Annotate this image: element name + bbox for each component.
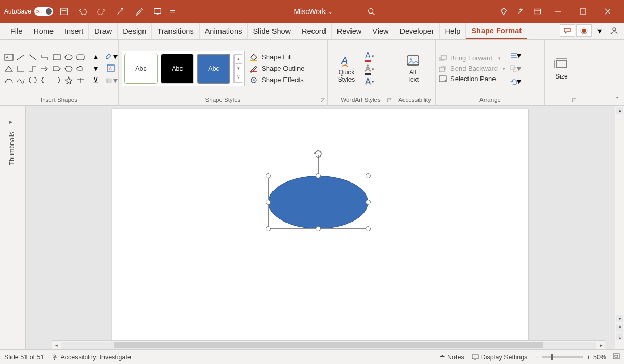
resize-handle-n[interactable] [316,173,321,178]
ribbon-mode-icon[interactable] [529,4,545,19]
sh-arrow[interactable] [39,63,50,74]
present-icon[interactable] [150,4,165,19]
sh-star[interactable] [63,74,74,85]
style-preset-2[interactable]: Abc [161,54,194,84]
thumbnail-pane-collapsed[interactable]: ▸ Thumbnails [0,106,26,349]
gallery-more-icon[interactable]: ⊻ [89,75,102,86]
comments-icon[interactable] [560,24,575,37]
style-gallery[interactable]: Abc Abc Abc ▴ ▾ ⊻ [122,51,245,86]
tab-review[interactable]: Review [332,23,368,39]
scroll-left-icon[interactable]: ◂ [52,342,60,349]
toggle-switch[interactable]: On [34,7,53,16]
dialog-launcher-icon[interactable]: ◸ [321,97,325,103]
sh-roundrect[interactable] [75,51,86,62]
sh-rect[interactable] [51,51,62,62]
autosave-toggle[interactable]: AutoSave On [4,7,53,16]
rotate-button[interactable]: ▾ [510,76,521,87]
sh-line[interactable] [15,51,27,62]
gallery-up-icon[interactable]: ▴ [234,54,242,64]
tab-slideshow[interactable]: Slide Show [248,23,296,39]
notes-button[interactable]: ≐Notes [439,353,464,361]
prev-slide-icon[interactable]: ⭱ [616,324,623,332]
slide-canvas-area[interactable]: ◂ ▸ [26,106,615,349]
sh-connector[interactable] [39,51,50,62]
selected-shape[interactable] [268,176,368,229]
tab-shape-format[interactable]: Shape Format [466,23,527,39]
eyedropper-icon[interactable] [131,4,147,19]
sh-oval[interactable] [63,51,74,62]
minimize-button[interactable] [546,4,570,19]
sh-hex[interactable] [63,63,74,74]
zoom-value[interactable]: 50% [593,354,606,361]
resize-handle-se[interactable] [366,226,371,231]
qat-overflow-icon[interactable] [168,4,177,19]
send-backward-button[interactable]: Send Backward▾ [439,64,505,72]
sh-corner[interactable] [15,63,27,74]
display-settings-button[interactable]: Display Settings [472,354,528,361]
dialog-launcher-icon[interactable]: ◸ [572,97,576,103]
sparkle-icon[interactable] [513,4,528,19]
tab-help[interactable]: Help [440,23,466,39]
shape-effects-button[interactable]: Shape Effects [249,76,304,84]
search-icon[interactable] [363,4,379,19]
gallery-down-icon[interactable]: ▾ [234,63,242,73]
save-icon[interactable] [56,4,72,19]
tab-design[interactable]: Design [118,23,152,39]
expand-chevron-icon[interactable]: ▸ [9,118,12,125]
scroll-up-icon[interactable]: ▴ [89,51,102,62]
document-title[interactable]: MiscWork [294,7,332,16]
scroll-right-icon[interactable]: ▸ [597,342,605,349]
slide-counter[interactable]: Slide 51 of 51 [4,354,44,361]
gallery-more-icon[interactable]: ⊻ [234,73,242,83]
shape-outline-button[interactable]: Shape Outline [249,64,304,73]
zoom-out-icon[interactable]: − [535,354,538,361]
sh-curve[interactable] [15,74,27,85]
sh-bracket[interactable] [27,74,38,85]
sh-brace2[interactable] [51,74,62,85]
slide[interactable] [112,109,528,343]
vertical-scrollbar[interactable]: ▴ ▾ ⭱ ⭳ [615,106,624,349]
bring-forward-button[interactable]: Bring Forward▾ [439,54,505,62]
accessibility-status[interactable]: Accessibility: Investigate [51,354,131,361]
sh-more[interactable] [75,74,86,85]
size-button[interactable]: Size [548,57,575,80]
share-overflow-icon[interactable]: ▾ [593,24,606,37]
tab-view[interactable]: View [367,23,394,39]
scroll-up-icon[interactable]: ▴ [616,107,623,114]
resize-handle-nw[interactable] [266,173,271,178]
sh-brace[interactable] [39,74,50,85]
text-box-icon[interactable]: A [105,63,118,74]
sh-elbow[interactable] [27,63,38,74]
selection-pane-button[interactable]: Selection Pane [439,75,505,83]
tab-home[interactable]: Home [28,23,59,39]
tab-transitions[interactable]: Transitions [152,23,199,39]
resize-handle-ne[interactable] [366,173,371,178]
collapse-ribbon-icon[interactable]: ⌃ [615,96,620,103]
sh-tri[interactable] [3,63,15,74]
quick-tool-icon[interactable] [112,4,128,19]
tab-animations[interactable]: Animations [200,23,248,39]
text-fill-button[interactable]: A▾ [365,51,374,62]
sh-textbox[interactable]: A [3,51,15,62]
sh-penta[interactable] [51,63,62,74]
undo-icon[interactable] [75,4,90,19]
scroll-down-icon[interactable]: ▾ [89,63,102,74]
resize-handle-sw[interactable] [266,226,271,231]
tab-developer[interactable]: Developer [394,23,439,39]
maximize-button[interactable] [571,4,595,19]
tab-record[interactable]: Record [296,23,332,39]
redo-icon[interactable] [94,4,109,19]
tab-file[interactable]: File [5,23,28,39]
quick-styles-button[interactable]: A Quick Styles [331,54,362,83]
diamond-icon[interactable] [496,4,512,19]
scroll-down-icon[interactable]: ▾ [616,315,623,322]
merge-shapes-icon[interactable]: ▾ [105,75,118,86]
sh-line2[interactable] [27,51,38,62]
resize-handle-e[interactable] [366,200,371,205]
rotation-handle-icon[interactable] [313,149,323,159]
alt-text-button[interactable]: Alt Text [397,54,428,83]
style-preset-3[interactable]: Abc [197,54,230,84]
resize-handle-s[interactable] [316,226,321,231]
tab-draw[interactable]: Draw [89,23,118,39]
edit-shape-icon[interactable]: ▾ [105,51,118,62]
